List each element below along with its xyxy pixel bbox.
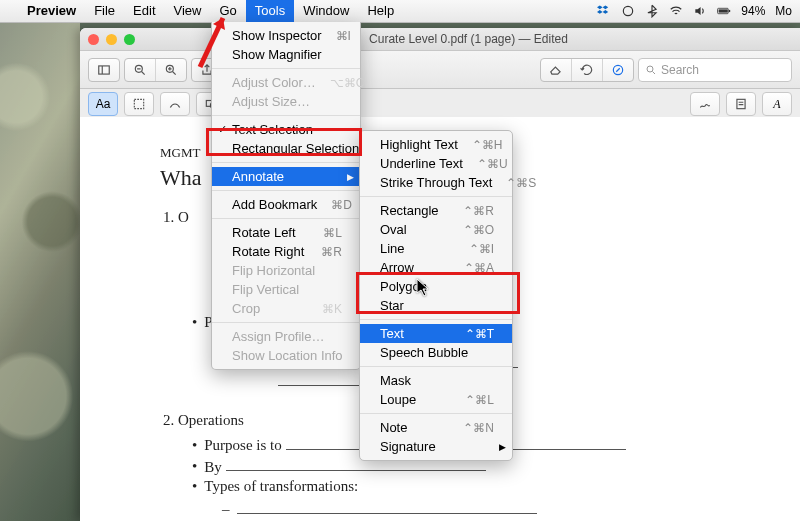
menu-item-annotate[interactable]: Annotate <box>212 167 360 186</box>
list-item: By <box>204 458 222 474</box>
submenu-oval[interactable]: Oval⌃⌘O <box>360 220 512 239</box>
bluetooth-icon[interactable] <box>645 4 659 18</box>
svg-line-10 <box>173 71 176 74</box>
menubar-view[interactable]: View <box>165 0 211 22</box>
search-placeholder: Search <box>661 63 699 77</box>
volume-icon[interactable] <box>693 4 707 18</box>
zoom-window-button[interactable] <box>124 34 135 45</box>
list-item-label: Operations <box>178 412 244 428</box>
sync-icon[interactable] <box>621 4 635 18</box>
select-tool-button[interactable] <box>124 92 154 116</box>
search-icon <box>645 64 657 76</box>
sketch-tool-button[interactable] <box>160 92 190 116</box>
svg-point-0 <box>624 6 633 15</box>
menu-item-rect-selection[interactable]: Rectangular Selection <box>212 139 360 158</box>
window-toolbar: Search <box>80 51 800 89</box>
submenu-strike-text[interactable]: Strike Through Text⌃⌘S <box>360 173 512 192</box>
menu-item-add-bookmark[interactable]: Add Bookmark⌘D <box>212 195 360 214</box>
submenu-star[interactable]: Star <box>360 296 512 315</box>
submenu-mask[interactable]: Mask <box>360 371 512 390</box>
svg-rect-2 <box>719 9 728 12</box>
highlight-button[interactable] <box>541 59 572 81</box>
font-tool-button[interactable]: A <box>762 92 792 116</box>
submenu-loupe[interactable]: Loupe⌃⌘L <box>360 390 512 409</box>
window-titlebar[interactable]: Curate Level 0.pdf (1 page) — Edited <box>80 28 800 51</box>
menu-item-show-magnifier[interactable]: Show Magnifier <box>212 45 360 64</box>
zoom-in-button[interactable] <box>156 59 186 81</box>
tools-menu: Show Inspector⌘I Show Magnifier Adjust C… <box>211 22 361 370</box>
rotate-button[interactable] <box>572 59 603 81</box>
svg-rect-4 <box>99 65 110 73</box>
search-field[interactable]: Search <box>638 58 792 82</box>
menu-item-rotate-left[interactable]: Rotate Left⌘L <box>212 223 360 242</box>
svg-point-14 <box>647 66 653 72</box>
wifi-icon[interactable] <box>669 4 683 18</box>
menubar-status: 94% Mo <box>597 4 792 18</box>
svg-rect-3 <box>729 10 730 12</box>
list-item: Types of transformations: <box>204 478 358 494</box>
dropbox-icon[interactable] <box>597 4 611 18</box>
desktop-wallpaper <box>0 22 80 521</box>
menu-item-adjust-size: Adjust Size… <box>212 92 360 111</box>
sign-tool-button[interactable] <box>690 92 720 116</box>
submenu-highlight-text[interactable]: Highlight Text⌃⌘H <box>360 135 512 154</box>
submenu-text[interactable]: Text⌃⌘T <box>360 324 512 343</box>
text-style-button[interactable]: Aa <box>88 92 118 116</box>
list-item: Purpose is to <box>204 437 282 453</box>
clock-day: Mo <box>775 4 792 18</box>
submenu-line[interactable]: Line⌃⌘I <box>360 239 512 258</box>
menubar-help[interactable]: Help <box>358 0 403 22</box>
annotate-submenu: Highlight Text⌃⌘H Underline Text⌃⌘U Stri… <box>359 130 513 461</box>
svg-line-15 <box>653 71 656 74</box>
sidebar-toggle-button[interactable] <box>89 59 119 81</box>
menu-item-adjust-color: Adjust Color…⌥⌘C <box>212 73 360 92</box>
list-item-label: O <box>178 209 189 225</box>
svg-rect-16 <box>134 99 143 108</box>
submenu-rectangle[interactable]: Rectangle⌃⌘R <box>360 201 512 220</box>
menubar-go[interactable]: Go <box>210 0 245 22</box>
menu-item-text-selection[interactable]: Text Selection <box>212 120 360 139</box>
submenu-signature[interactable]: Signature <box>360 437 512 456</box>
zoom-out-button[interactable] <box>125 59 156 81</box>
battery-icon[interactable] <box>717 4 731 18</box>
menu-item-rotate-right[interactable]: Rotate Right⌘R <box>212 242 360 261</box>
menu-item-assign-profile: Assign Profile… <box>212 327 360 346</box>
menu-item-flip-v: Flip Vertical <box>212 280 360 299</box>
menu-item-crop: Crop⌘K <box>212 299 360 318</box>
minimize-window-button[interactable] <box>106 34 117 45</box>
close-window-button[interactable] <box>88 34 99 45</box>
menubar-tools[interactable]: Tools <box>246 0 294 22</box>
menubar-edit[interactable]: Edit <box>124 0 164 22</box>
menu-item-show-location: Show Location Info <box>212 346 360 365</box>
markup-button[interactable] <box>603 59 633 81</box>
submenu-note[interactable]: Note⌃⌘N <box>360 418 512 437</box>
menubar: Preview File Edit View Go Tools Window H… <box>0 0 800 23</box>
submenu-arrow[interactable]: Arrow⌃⌘A <box>360 258 512 277</box>
menubar-window[interactable]: Window <box>294 0 358 22</box>
menu-item-flip-h: Flip Horizontal <box>212 261 360 280</box>
note-tool-button[interactable] <box>726 92 756 116</box>
markup-toolbar: Aa A <box>80 89 800 120</box>
menu-item-show-inspector[interactable]: Show Inspector⌘I <box>212 26 360 45</box>
submenu-polygon[interactable]: Polygon <box>360 277 512 296</box>
submenu-speech-bubble[interactable]: Speech Bubble <box>360 343 512 362</box>
menubar-file[interactable]: File <box>85 0 124 22</box>
menubar-app[interactable]: Preview <box>18 0 85 22</box>
battery-percent: 94% <box>741 4 765 18</box>
svg-line-7 <box>142 71 145 74</box>
submenu-underline-text[interactable]: Underline Text⌃⌘U <box>360 154 512 173</box>
